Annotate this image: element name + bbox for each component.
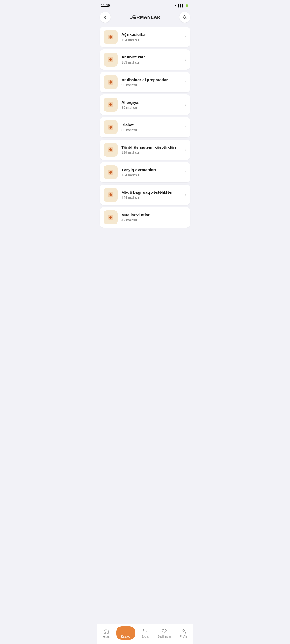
page-title: DƏRMANLAR xyxy=(129,14,161,20)
category-list: Ağrıkəsicilər 194 məhsul › Antibiotiklər… xyxy=(97,25,193,230)
category-icon xyxy=(104,165,118,179)
chevron-right-icon: › xyxy=(185,57,186,62)
category-text: Antibiotiklər 163 məhsul xyxy=(121,55,183,64)
category-icon xyxy=(104,30,118,44)
favorites-icon xyxy=(161,628,168,634)
category-icon xyxy=(104,188,118,202)
category-icon xyxy=(104,75,118,89)
category-icon xyxy=(104,53,118,67)
category-icon xyxy=(104,120,118,134)
catalog-icon xyxy=(122,628,129,634)
category-name: Tənəffüs sistemi xəstəlikləri xyxy=(121,145,183,150)
category-icon xyxy=(104,210,118,224)
signal-icon: ▌▌▌ xyxy=(178,4,184,7)
category-item[interactable]: Mədə bağırsaq xəstəlikləri 194 məhsul › xyxy=(100,185,190,205)
svg-point-22 xyxy=(183,630,185,631)
category-count: 163 məhsul xyxy=(121,60,183,64)
nav-cart[interactable]: Səbət xyxy=(135,628,155,638)
nav-cart-label: Səbət xyxy=(141,635,148,638)
bottom-nav: Əsas Kataloq Səbət xyxy=(97,624,193,644)
chevron-right-icon: › xyxy=(185,192,186,197)
category-count: 20 məhsul xyxy=(121,83,183,87)
category-item[interactable]: Təzyiq dərmanları 154 məhsul › xyxy=(100,162,190,182)
category-text: Diabet 60 məhsul xyxy=(121,123,183,132)
cart-icon xyxy=(142,628,148,634)
home-icon xyxy=(103,628,110,634)
category-count: 154 məhsul xyxy=(121,173,183,177)
category-text: Allergiya 86 məhsul xyxy=(121,100,183,109)
category-name: Antibiotiklər xyxy=(121,55,183,60)
category-name: Mədə bağırsaq xəstəlikləri xyxy=(121,190,183,195)
svg-point-20 xyxy=(144,633,145,633)
category-name: Antibakterial preparatlar xyxy=(121,78,183,82)
category-count: 129 məhsul xyxy=(121,151,183,155)
category-count: 86 məhsul xyxy=(121,105,183,109)
nav-home[interactable]: Əsas xyxy=(97,628,116,638)
category-name: Təzyiq dərmanları xyxy=(121,167,183,172)
category-item[interactable]: Antibakterial preparatlar 20 məhsul › xyxy=(100,72,190,92)
back-button[interactable] xyxy=(100,12,111,23)
nav-favorites[interactable]: Seçilmişlər xyxy=(155,628,174,638)
status-icons: ▲ ▌▌▌ 🔋 xyxy=(174,4,189,7)
profile-icon xyxy=(180,628,187,634)
chevron-right-icon: › xyxy=(185,102,186,107)
nav-profile-label: Profile xyxy=(180,635,187,638)
search-button[interactable] xyxy=(179,12,190,23)
category-text: Ağrıkəsicilər 194 məhsul xyxy=(121,32,183,42)
category-item[interactable]: Antibiotiklər 163 məhsul › xyxy=(100,49,190,70)
category-item[interactable]: Allergiya 86 məhsul › xyxy=(100,94,190,115)
nav-catalog[interactable]: Kataloq xyxy=(116,626,135,640)
category-name: Müalicəvi otlar xyxy=(121,213,183,217)
chevron-right-icon: › xyxy=(185,170,186,175)
category-count: 194 məhsul xyxy=(121,38,183,42)
chevron-right-icon: › xyxy=(185,215,186,220)
nav-catalog-active-bg: Kataloq xyxy=(116,626,135,640)
header: DƏRMANLAR xyxy=(97,10,193,25)
category-item[interactable]: Tənəffüs sistemi xəstəlikləri 129 məhsul… xyxy=(100,140,190,160)
category-item[interactable]: Diabet 60 məhsul › xyxy=(100,117,190,137)
chevron-right-icon: › xyxy=(185,80,186,85)
category-text: Tənəffüs sistemi xəstəlikləri 129 məhsul xyxy=(121,145,183,155)
category-name: Allergiya xyxy=(121,100,183,105)
nav-catalog-label: Kataloq xyxy=(121,635,130,638)
nav-favorites-label: Seçilmişlər xyxy=(158,635,171,638)
nav-profile[interactable]: Profile xyxy=(174,628,193,638)
status-bar: 11:29 ▲ ▌▌▌ 🔋 xyxy=(97,0,193,10)
category-icon xyxy=(104,98,118,112)
category-item[interactable]: Müalicəvi otlar 42 məhsul › xyxy=(100,207,190,228)
category-name: Diabet xyxy=(121,123,183,127)
battery-icon: 🔋 xyxy=(185,4,189,7)
chevron-right-icon: › xyxy=(185,147,186,152)
category-name: Ağrıkəsicilər xyxy=(121,32,183,37)
chevron-right-icon: › xyxy=(185,35,186,39)
category-text: Mədə bağırsaq xəstəlikləri 194 məhsul xyxy=(121,190,183,200)
category-text: Müalicəvi otlar 42 məhsul xyxy=(121,213,183,222)
category-count: 60 məhsul xyxy=(121,128,183,132)
category-icon xyxy=(104,143,118,157)
category-item[interactable]: Ağrıkəsicilər 194 məhsul › xyxy=(100,27,190,47)
category-text: Təzyiq dərmanları 154 məhsul xyxy=(121,167,183,177)
chevron-right-icon: › xyxy=(185,125,186,130)
nav-home-label: Əsas xyxy=(103,635,110,638)
wifi-icon: ▲ xyxy=(174,4,177,7)
category-text: Antibakterial preparatlar 20 məhsul xyxy=(121,78,183,87)
status-time: 11:29 xyxy=(101,3,110,8)
svg-point-21 xyxy=(146,633,147,633)
category-count: 194 məhsul xyxy=(121,196,183,200)
category-count: 42 məhsul xyxy=(121,218,183,222)
